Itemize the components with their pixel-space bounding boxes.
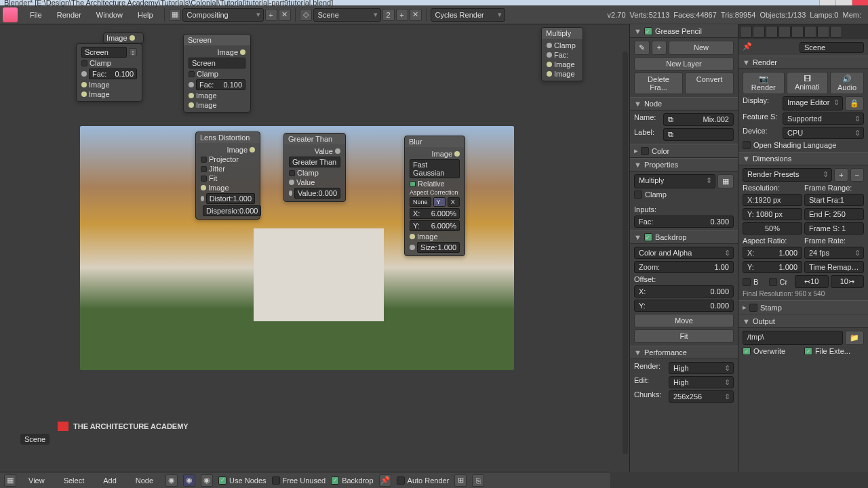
tree-type-icon[interactable]: ◉ bbox=[165, 474, 178, 487]
device-select[interactable]: CPU bbox=[783, 127, 864, 139]
max-button[interactable] bbox=[835, 0, 852, 5]
socket-in[interactable] bbox=[289, 180, 294, 185]
menu-view[interactable]: View bbox=[22, 474, 52, 487]
lock-icon[interactable]: 🔒 bbox=[845, 96, 864, 110]
snap-icon[interactable]: ⊞ bbox=[454, 474, 467, 487]
socket-out[interactable] bbox=[240, 49, 245, 55]
remap-new-field[interactable]: 10↣ bbox=[831, 275, 865, 288]
scene-add-icon[interactable]: + bbox=[396, 9, 408, 21]
prop-mode-select[interactable]: Multiply bbox=[634, 174, 715, 188]
overwrite-checkbox[interactable]: ✓ bbox=[743, 347, 751, 355]
backdrop-checkbox[interactable]: ✓ bbox=[644, 233, 652, 241]
tab-data-icon[interactable] bbox=[830, 26, 842, 38]
min-button[interactable] bbox=[819, 0, 835, 5]
layout-del-icon[interactable]: ✕ bbox=[279, 9, 291, 21]
animation-button[interactable]: 🎞 Animati bbox=[787, 72, 829, 94]
fit-button[interactable]: Fit bbox=[634, 329, 734, 343]
panel-grease-pencil[interactable]: ▼✓Grease Pencil bbox=[630, 24, 738, 38]
color-checkbox[interactable] bbox=[641, 147, 649, 155]
aspect-y-btn[interactable]: Y bbox=[433, 197, 446, 207]
socket-in[interactable] bbox=[547, 71, 552, 77]
aspect-x-field[interactable]: X:1.000 bbox=[743, 247, 802, 259]
tab-world-icon[interactable] bbox=[778, 26, 791, 38]
menu-help[interactable]: Help bbox=[131, 8, 160, 22]
layout-add-icon[interactable]: + bbox=[265, 9, 277, 21]
convert-button[interactable]: Convert bbox=[685, 73, 734, 94]
editor-type-icon[interactable]: ▦ bbox=[4, 474, 16, 487]
render-quality-select[interactable]: High bbox=[669, 362, 734, 374]
delete-frame-button[interactable]: Delete Fra... bbox=[634, 73, 683, 94]
preset-remove-icon[interactable]: − bbox=[850, 168, 864, 182]
fit-checkbox[interactable] bbox=[201, 176, 207, 182]
socket-in[interactable] bbox=[547, 52, 552, 58]
panel-node[interactable]: ▼Node bbox=[630, 97, 738, 110]
socket-in[interactable] bbox=[189, 82, 194, 87]
socket-in[interactable] bbox=[547, 62, 552, 67]
menu-select[interactable]: Select bbox=[57, 474, 92, 487]
tab-object-icon[interactable] bbox=[791, 26, 804, 38]
offset-x-field[interactable]: X:0.000 bbox=[634, 285, 734, 298]
tab-scene-icon[interactable] bbox=[766, 26, 778, 38]
auto-render-checkbox[interactable] bbox=[397, 476, 405, 485]
menu-file[interactable]: File bbox=[23, 8, 49, 22]
panel-properties[interactable]: ▼Properties bbox=[630, 158, 738, 171]
node-blur[interactable]: Blur Image Fast Gaussian Relative Aspect… bbox=[404, 136, 465, 256]
socket-in[interactable] bbox=[410, 234, 415, 239]
folder-icon[interactable]: 📁 bbox=[845, 331, 864, 345]
zoom-field[interactable]: Zoom:1.00 bbox=[634, 261, 734, 273]
scrollbar[interactable] bbox=[623, 52, 628, 454]
socket-out[interactable] bbox=[335, 148, 340, 154]
remap-old-field[interactable]: ↢10 bbox=[795, 275, 829, 288]
clamp-checkbox[interactable] bbox=[289, 170, 295, 176]
relative-checkbox[interactable] bbox=[410, 181, 416, 187]
display-select[interactable]: Image Editor bbox=[783, 96, 843, 110]
tree-type-tex-icon[interactable]: ◉ bbox=[201, 474, 213, 487]
mix-mode-select[interactable]: Screen bbox=[189, 58, 245, 68]
menu-node[interactable]: Node bbox=[129, 474, 160, 487]
tab-modifier-icon[interactable] bbox=[817, 26, 829, 38]
projector-checkbox[interactable] bbox=[201, 157, 207, 163]
chunks-select[interactable]: 256x256 bbox=[669, 390, 734, 403]
new-layer-button[interactable]: New Layer bbox=[634, 57, 734, 70]
panel-stamp[interactable]: ▸Stamp bbox=[738, 300, 868, 314]
preset-add-icon[interactable]: + bbox=[834, 168, 848, 182]
clamp-checkbox[interactable] bbox=[81, 60, 87, 66]
res-x-field[interactable]: X:1920 px bbox=[743, 194, 802, 206]
offset-y-field[interactable]: Y:0.000 bbox=[634, 300, 734, 312]
edit-quality-select[interactable]: High bbox=[669, 376, 734, 388]
move-button[interactable]: Move bbox=[634, 314, 734, 327]
tab-render-icon[interactable] bbox=[740, 26, 752, 38]
pin-icon[interactable]: 📌 bbox=[379, 474, 391, 487]
label-field[interactable]: ⧉ bbox=[663, 128, 734, 141]
name-field[interactable]: ⧉Mix.002 bbox=[663, 113, 734, 126]
gp-add-icon[interactable]: + bbox=[652, 41, 667, 55]
scene-del-icon[interactable]: ✕ bbox=[410, 9, 422, 21]
gp-checkbox[interactable]: ✓ bbox=[644, 27, 652, 35]
panel-dimensions[interactable]: ▼Dimensions bbox=[738, 152, 868, 165]
jitter-checkbox[interactable] bbox=[201, 166, 207, 172]
socket-out[interactable] bbox=[454, 151, 460, 157]
socket-image[interactable] bbox=[81, 92, 87, 97]
render-presets-select[interactable]: Render Presets bbox=[743, 168, 832, 182]
blender-icon[interactable] bbox=[3, 7, 18, 22]
node-mix-screen-2[interactable]: Screen Image Screen Clamp Fac:0.100 Imag… bbox=[183, 34, 251, 113]
free-unused-checkbox[interactable] bbox=[272, 476, 280, 485]
socket-in[interactable] bbox=[289, 190, 292, 196]
socket-in[interactable] bbox=[547, 43, 552, 48]
clamp-checkbox[interactable] bbox=[189, 71, 195, 77]
frame-step-field[interactable]: Frame S: 1 bbox=[804, 222, 864, 235]
scene-chip[interactable]: Scene bbox=[800, 42, 864, 53]
osl-checkbox[interactable] bbox=[743, 141, 751, 149]
output-path-field[interactable]: /tmp\ bbox=[743, 331, 843, 345]
start-frame-field[interactable]: Start Fra:1 bbox=[804, 194, 864, 206]
panel-render[interactable]: ▼Render bbox=[738, 56, 868, 69]
prop-clamp-checkbox[interactable] bbox=[634, 190, 642, 199]
crop-checkbox[interactable] bbox=[769, 278, 777, 286]
render-engine-dropdown[interactable]: Cycles Render bbox=[431, 8, 505, 22]
node-multiply[interactable]: Multiply Clamp Fac: Image Image bbox=[541, 27, 583, 81]
res-y-field[interactable]: Y: 1080 px bbox=[743, 208, 802, 220]
socket-out[interactable] bbox=[250, 147, 255, 152]
socket-fac[interactable] bbox=[81, 71, 87, 77]
menu-window[interactable]: Window bbox=[90, 8, 130, 22]
fps-select[interactable]: 24 fps bbox=[804, 247, 864, 259]
